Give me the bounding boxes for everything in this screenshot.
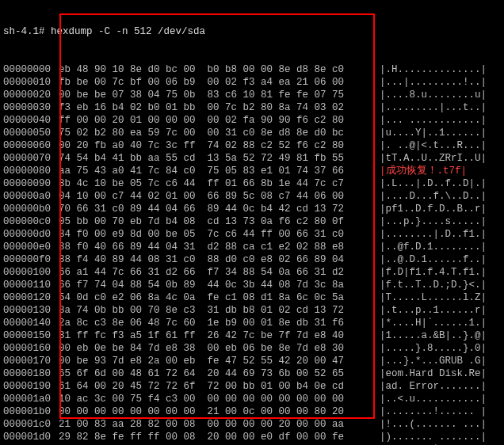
ascii-column: |.....}.8.....}.0| [380,342,487,355]
offset: 00000110 [3,279,59,291]
offset: 00000000 [3,63,59,76]
ascii-column: |)....... .......| [380,431,487,443]
ascii-column: |. ..@|<.t...R...| [380,139,487,152]
offset: 00000090 [3,177,59,190]
offset: 00000140 [3,317,59,329]
hexdump-row: 00000010fb be 00 7c bf 00 06 b9 00 02 f3… [3,76,501,89]
hex-bytes: 70 66 31 c0 89 44 04 66 89 44 0c b4 42 c… [59,203,380,215]
hex-bytes: 75 02 b2 80 ea 59 7c 00 00 31 c0 8e d8 8… [59,127,380,139]
ascii-column: |...}.*...GRUB .G| [380,355,487,367]
hexdump-row: 000001402a 8c c3 8e 06 48 7c 60 1e b9 00… [3,317,501,329]
hex-bytes: 61 64 00 20 45 72 72 6f 72 00 bb 01 00 b… [59,380,380,393]
hex-bytes: 66 a1 44 7c 66 31 d2 66 f7 34 88 54 0a 6… [59,266,380,279]
offset: 00000160 [3,342,59,355]
hexdump-row: 0000016000 eb 0e be 84 7d e8 38 00 eb 06… [3,342,501,355]
ascii-column: |........|.D..f1.| [380,228,487,241]
offset: 00000130 [3,304,59,317]
ascii-column: |...p.}....s.....| [380,215,487,228]
hex-bytes: 00 eb 0e be 84 7d e8 38 00 eb 06 be 8e 7… [59,342,380,355]
hexdump-row: 000000b070 66 31 c0 89 44 04 66 89 44 0c… [3,203,501,215]
hexdump-row: 0000011066 f7 74 04 88 54 0b 89 44 0c 3b… [3,279,501,291]
offset: 00000080 [3,165,59,177]
ascii-column: |!...(....... ...| [380,418,487,431]
ascii-column: |.L...|.D..f..D|.| [380,177,487,190]
hex-bytes: 21 00 83 aa 28 82 00 08 00 00 00 00 20 0… [59,418,380,431]
hexdump-row: 00000030f3 eb 16 b4 02 b0 01 bb 00 7c b2… [3,101,501,114]
offset: 000001a0 [3,393,59,405]
hex-bytes: 00 be 93 7d e8 2a 00 eb fe 47 52 55 42 2… [59,355,380,367]
offset: 000000d0 [3,228,59,241]
offset: 00000180 [3,367,59,380]
hex-bytes: aa 75 43 a0 41 7c 84 c0 75 05 83 e1 01 7… [59,165,380,177]
hex-bytes: 88 f4 40 89 44 08 31 c0 88 d0 c0 e8 02 6… [59,253,380,266]
ascii-column: |成功恢复！.t7f| [380,165,467,177]
hexdump-row: 0000010066 a1 44 7c 66 31 d2 66 f7 34 88… [3,266,501,279]
hex-bytes: fb be 00 7c bf 00 06 b9 00 02 f3 a4 ea 2… [59,76,380,89]
ascii-column: |.........|...t..| [380,101,487,114]
hexdump-row: 000001b000 00 00 00 00 00 00 00 21 00 0c… [3,405,501,418]
hex-bytes: 74 54 b4 41 bb aa 55 cd 13 5a 52 72 49 8… [59,152,380,165]
ascii-column: |.t...p..1......r| [380,304,487,317]
offset: 000000a0 [3,190,59,203]
ascii-column: |pf1..D.f.D..B..r| [380,203,487,215]
hex-bytes: ff 00 00 20 01 00 00 00 00 02 fa 90 90 f… [59,114,380,127]
hexdump-row: 00000000eb 48 90 10 8e d0 bc 00 b0 b8 00… [3,63,501,76]
ascii-column: |..<.u...........| [380,393,487,405]
hex-bytes: 31 ff fc f3 a5 1f 61 ff 26 42 7c be 7f 7… [59,329,380,342]
hex-bytes: 00 00 00 00 00 00 00 00 21 00 0c 00 00 0… [59,405,380,418]
ascii-column: |ad. Error.......| [380,380,487,393]
ascii-column: |tT.A..U..ZRrI..U| [380,152,487,165]
hexdump-row: 0000006000 20 fb a0 40 7c 3c ff 74 02 88… [3,139,501,152]
hexdump-row: 000001a010 ac 3c 00 75 f4 c3 00 00 00 00… [3,393,501,405]
ascii-column: |*....H|`......1.| [380,317,487,329]
hexdump-row: 0000018065 6f 6d 00 48 61 72 64 20 44 69… [3,367,501,380]
hex-bytes: 00 20 fb a0 40 7c 3c ff 74 02 88 c2 52 f… [59,139,380,152]
hexdump-row: 0000002000 be be 07 38 04 75 0b 83 c6 10… [3,89,501,101]
ascii-column: |u....Y|..1......| [380,127,487,139]
hexdump-row: 000000a004 10 00 c7 44 02 01 00 66 89 5c… [3,190,501,203]
offset: 000001d0 [3,431,59,443]
hex-bytes: 8b 4c 10 be 05 7c c6 44 ff 01 66 8b 1e 4… [59,177,380,190]
ascii-column: |....D...f.\..D..| [380,190,487,203]
hex-bytes: eb 48 90 10 8e d0 bc 00 b0 b8 00 00 8e d… [59,63,380,76]
ascii-column: |..@.D.1......f..| [380,253,487,266]
offset: 000001c0 [3,418,59,431]
hexdump-row: 000001308a 74 0b bb 00 70 8e c3 31 db b8… [3,304,501,317]
ascii-column: |T.....L......l.Z| [380,291,487,304]
hexdump-row: 0000015031 ff fc f3 a5 1f 61 ff 26 42 7c… [3,329,501,342]
hexdump-row: 0000019061 64 00 20 45 72 72 6f 72 00 bb… [3,380,501,393]
hexdump-row: 000000f088 f4 40 89 44 08 31 c0 88 d0 c0… [3,253,501,266]
ascii-column: |.H..............| [380,63,487,76]
hexdump-row: 000000c005 bb 00 70 eb 7d b4 08 cd 13 73… [3,215,501,228]
hexdump-row: 000000d084 f0 00 e9 8d 00 be 05 7c c6 44… [3,228,501,241]
ascii-column: |f.t..T..D.;D.}<.| [380,279,487,291]
hexdump-row: 000000e088 f0 40 66 89 44 04 31 d2 88 ca… [3,241,501,253]
offset: 00000170 [3,355,59,367]
hex-bytes: 04 10 00 c7 44 02 01 00 66 89 5c 08 c7 4… [59,190,380,203]
offset: 00000100 [3,266,59,279]
hex-bytes: 8a 74 0b bb 00 70 8e c3 31 db b8 01 02 c… [59,304,380,317]
hex-bytes: 84 f0 00 e9 8d 00 be 05 7c c6 44 ff 00 6… [59,228,380,241]
offset: 00000190 [3,380,59,393]
hexdump-row: 0000017000 be 93 7d e8 2a 00 eb fe 47 52… [3,355,501,367]
offset: 00000150 [3,329,59,342]
offset: 000000e0 [3,241,59,253]
hex-bytes: f3 eb 16 b4 02 b0 01 bb 00 7c b2 80 8a 7… [59,101,380,114]
offset: 00000020 [3,89,59,101]
offset: 00000010 [3,76,59,89]
offset: 000000f0 [3,253,59,266]
offset: 000001b0 [3,405,59,418]
ascii-column: |... ............| [380,114,487,127]
offset: 000000c0 [3,215,59,228]
hex-bytes: 2a 8c c3 8e 06 48 7c 60 1e b9 00 01 8e d… [59,317,380,329]
offset: 00000050 [3,127,59,139]
ascii-column: |..@f.D.1........| [380,241,487,253]
offset: 00000030 [3,101,59,114]
shell-prompt[interactable]: sh-4.1# hexdump -C -n 512 /dev/sda [3,25,205,38]
hex-bytes: 54 0d c0 e2 06 8a 4c 0a fe c1 08 d1 8a 6… [59,291,380,304]
ascii-column: |...|.........!..| [380,76,487,89]
offset: 00000070 [3,152,59,165]
offset: 000000b0 [3,203,59,215]
offset: 00000060 [3,139,59,152]
hexdump-row: 0000012054 0d c0 e2 06 8a 4c 0a fe c1 08… [3,291,501,304]
